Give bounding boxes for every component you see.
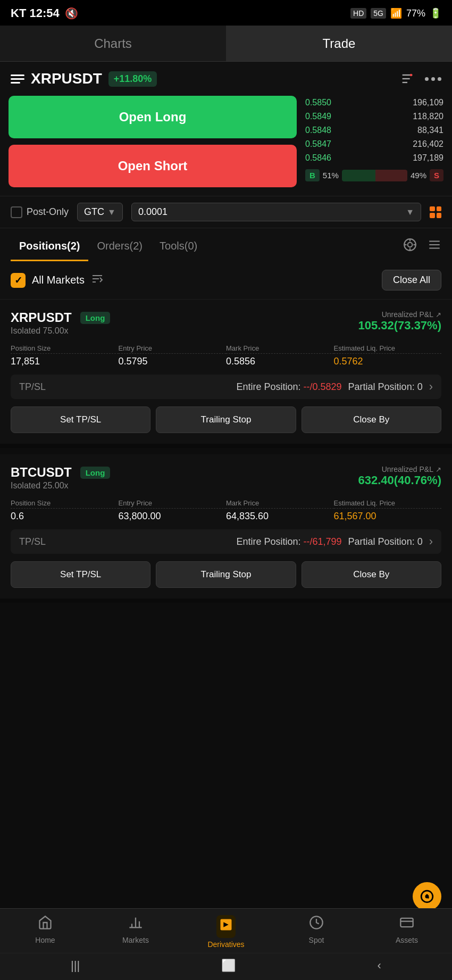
order-book: 0.5850 196,109 0.5849 118,820 0.5848 88,… — [305, 96, 443, 187]
mark-price-label: Mark Price — [226, 344, 334, 354]
liq-price-stat: Estimated Liq. Price 0.5762 — [334, 344, 442, 367]
mark-price-stat: Mark Price 64,835.60 — [226, 499, 334, 522]
liq-price-value: 0.5762 — [334, 356, 442, 367]
external-link-icon[interactable]: ↗ — [436, 466, 441, 474]
target-icon[interactable] — [403, 238, 417, 255]
all-markets-checkbox[interactable] — [11, 273, 26, 288]
all-markets-left: All Markets — [11, 272, 104, 288]
sell-label: S — [430, 169, 443, 181]
nav-label-assets: Assets — [396, 936, 418, 944]
grid-icon[interactable] — [430, 206, 441, 218]
pos-tab-icons — [403, 238, 441, 259]
pos-stats: Position Size 0.6 Entry Price 63,800.00 … — [11, 499, 441, 522]
trailing-stop-button[interactable]: Trailing Stop — [156, 561, 296, 588]
svg-point-17 — [426, 895, 428, 898]
sort-icon[interactable] — [91, 272, 104, 288]
tpsl-label: TP/SL — [19, 536, 46, 547]
spot-icon — [309, 915, 324, 934]
liq-price-label: Estimated Liq. Price — [334, 499, 442, 509]
menu-icon[interactable] — [11, 74, 24, 84]
status-indicators: HD 5G 📶 77% 🔋 — [350, 7, 441, 19]
android-menu-icon[interactable]: ||| — [71, 959, 80, 973]
position-size-value: 0.6 — [11, 511, 119, 522]
filter-icon-btn[interactable] — [399, 70, 416, 87]
battery-text: 77% — [406, 8, 425, 19]
pos-symbol: BTCUSDT — [11, 465, 72, 480]
tpsl-row[interactable]: TP/SL Entire Position: --/61,799 Partial… — [11, 529, 441, 554]
nav-label-home: Home — [35, 936, 55, 944]
entry-price-stat: Entry Price 63,800.00 — [119, 499, 227, 522]
pnl-value: 105.32(73.37%) — [358, 319, 441, 333]
symbol-info: XRPUSDT +11.80% — [11, 70, 157, 87]
qty-select[interactable]: 0.0001 ▼ — [131, 203, 421, 221]
price-change-badge: +11.80% — [108, 71, 157, 87]
status-time: KT 12:54 🔇 — [11, 6, 78, 20]
trailing-stop-button[interactable]: Trailing Stop — [156, 406, 296, 433]
position-size-label: Position Size — [11, 499, 119, 509]
position-size-stat: Position Size 17,851 — [11, 344, 119, 367]
tab-charts[interactable]: Charts — [0, 26, 226, 61]
sell-bar — [375, 170, 407, 181]
tab-tools[interactable]: Tools(0) — [151, 236, 206, 261]
entry-price-label: Entry Price — [119, 344, 227, 354]
symbol-name[interactable]: XRPUSDT — [31, 70, 102, 87]
svg-point-5 — [408, 243, 413, 247]
set-tpsl-button[interactable]: Set TP/SL — [11, 406, 150, 433]
mark-price-value: 64,835.60 — [226, 511, 334, 522]
pos-tabs: Positions(2) Orders(2) Tools(0) — [11, 236, 206, 261]
floating-action-button[interactable] — [413, 882, 441, 911]
5g-icon: 5G — [371, 8, 386, 19]
tpsl-entire-values: Entire Position: --/61,799 — [236, 536, 341, 547]
close-all-button[interactable]: Close All — [382, 270, 441, 290]
list-icon[interactable] — [428, 238, 441, 255]
entry-price-stat: Entry Price 0.5795 — [119, 344, 227, 367]
nav-label-derivatives: Derivatives — [207, 940, 244, 949]
tpsl-row[interactable]: TP/SL Entire Position: --/0.5829 Partial… — [11, 375, 441, 399]
close-by-button[interactable]: Close By — [302, 406, 441, 433]
long-badge: Long — [80, 467, 111, 479]
liq-price-stat: Estimated Liq. Price 61,567.00 — [334, 499, 442, 522]
nav-item-assets[interactable]: Assets — [386, 915, 428, 949]
nav-item-home[interactable]: Home — [24, 915, 66, 949]
android-home-icon[interactable]: ⬜ — [221, 959, 236, 973]
chevron-down-icon: ▼ — [406, 207, 414, 217]
nav-item-derivatives[interactable]: Derivatives — [205, 915, 247, 949]
all-markets-label: All Markets — [32, 274, 85, 286]
partial-pos: Partial Position: 0 — [348, 536, 423, 547]
mark-price-value: 0.5856 — [226, 356, 334, 367]
nav-item-spot[interactable]: Spot — [295, 915, 338, 949]
position-card-xrpusdt: XRPUSDT Long Isolated 75.00x Unrealized … — [0, 300, 452, 448]
nav-item-markets[interactable]: Markets — [114, 915, 157, 949]
pos-card-header: BTCUSDT Long Isolated 25.00x Unrealized … — [11, 465, 441, 491]
unrealized-pnl: Unrealized P&L ↗ 632.40(40.76%) — [358, 465, 441, 487]
main-tab-bar: Charts Trade — [0, 26, 452, 62]
nav-items: Home Markets Derivatives — [0, 909, 452, 953]
long-badge: Long — [80, 312, 111, 324]
tab-orders[interactable]: Orders(2) — [88, 236, 151, 261]
set-tpsl-button[interactable]: Set TP/SL — [11, 561, 150, 588]
pos-type-info: BTCUSDT Long Isolated 25.00x — [11, 465, 110, 491]
open-long-button[interactable]: Open Long — [9, 96, 297, 138]
external-link-icon[interactable]: ↗ — [436, 311, 441, 319]
home-icon — [38, 915, 53, 934]
nav-label-markets: Markets — [122, 936, 149, 944]
svg-point-3 — [410, 74, 413, 77]
tab-trade[interactable]: Trade — [226, 26, 452, 61]
more-options-btn[interactable] — [424, 70, 441, 87]
tpsl-entire-values: Entire Position: --/0.5829 — [236, 381, 341, 393]
buy-pct: 51% — [323, 171, 339, 180]
pnl-value: 632.40(40.76%) — [358, 474, 441, 487]
action-buttons: Set TP/SL Trailing Stop Close By — [11, 406, 441, 433]
order-options: Post-Only GTC ▼ 0.0001 ▼ — [0, 196, 452, 228]
buy-bar — [342, 170, 375, 181]
gtc-select[interactable]: GTC ▼ — [77, 203, 123, 221]
pos-leverage: Isolated 75.00x — [11, 326, 110, 336]
open-short-button[interactable]: Open Short — [9, 145, 297, 187]
position-card-btcusdt: BTCUSDT Long Isolated 25.00x Unrealized … — [0, 454, 452, 603]
close-by-button[interactable]: Close By — [302, 561, 441, 588]
post-only-checkbox[interactable] — [11, 206, 22, 218]
android-back-icon[interactable]: ‹ — [378, 959, 381, 973]
position-size-stat: Position Size 0.6 — [11, 499, 119, 522]
tab-positions[interactable]: Positions(2) — [11, 236, 88, 261]
tpsl-label: TP/SL — [19, 381, 46, 393]
